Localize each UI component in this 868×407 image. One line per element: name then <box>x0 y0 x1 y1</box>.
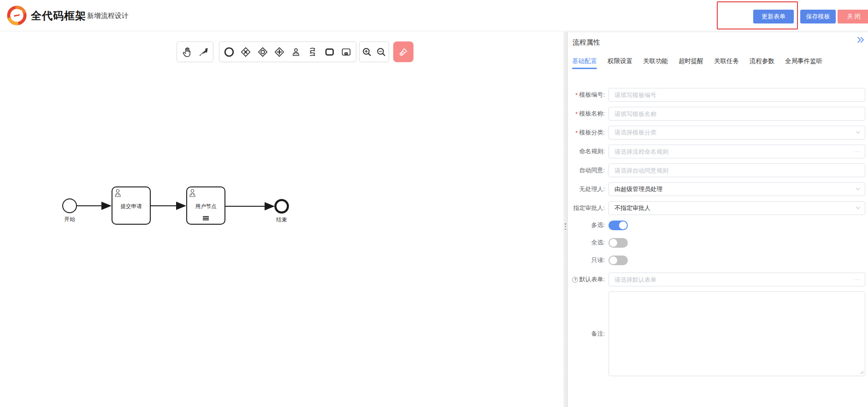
basic-config-form: *模板编号: *模板名称: *模板分类: 请选择模板分类 命名规则: ··· 自… <box>568 88 865 381</box>
palette-group-elements <box>219 41 356 62</box>
palette-group-zoom <box>359 41 389 62</box>
panel-tabs: 基础配置 权限设置 关联功能 超时提醒 关联任务 流程参数 全局事件监听 <box>572 57 822 69</box>
tab-basic-config[interactable]: 基础配置 <box>572 57 597 69</box>
top-header: 全代码框架 新增流程设计 更新表单 保存模板 关 闭 <box>0 0 868 31</box>
template-category-select[interactable]: 请选择模板分类 <box>608 126 865 140</box>
brand-logo-icon <box>6 5 28 26</box>
clear-canvas-button[interactable] <box>393 41 413 62</box>
multi-select-toggle[interactable] <box>608 221 628 230</box>
properties-panel: 流程属性 基础配置 权限设置 关联功能 超时提醒 关联任务 流程参数 全局事件监… <box>568 32 868 407</box>
drag-handle-icon <box>565 223 566 230</box>
parallel-gateway-icon[interactable] <box>272 45 286 59</box>
tab-global-events[interactable]: 全局事件监听 <box>785 57 822 69</box>
auto-agree-input[interactable] <box>608 163 865 177</box>
remark-textarea[interactable] <box>608 291 865 376</box>
template-name-input[interactable] <box>608 107 865 121</box>
default-form-picker[interactable] <box>608 273 865 286</box>
brand-name: 全代码框架 <box>31 9 86 23</box>
tab-permissions[interactable]: 权限设置 <box>608 57 632 69</box>
form-row-default-form: ? 默认表单: ··· <box>568 273 865 286</box>
chevron-down-icon <box>855 186 861 192</box>
tab-linked-tasks[interactable]: 关联任务 <box>714 57 739 69</box>
svg-text:开始: 开始 <box>65 216 76 222</box>
approver-select[interactable]: 不指定审批人 <box>608 201 865 215</box>
svg-text:提交申请: 提交申请 <box>121 204 142 209</box>
template-code-input[interactable] <box>608 88 865 102</box>
zoom-out-icon[interactable] <box>374 45 388 59</box>
diagram-canvas[interactable]: 开始 提交申请 用户节点 <box>0 32 563 407</box>
brush-icon <box>398 47 409 58</box>
palette-group-tools <box>177 41 213 62</box>
global-connect-tool-icon[interactable] <box>196 45 210 59</box>
collapse-panel-button[interactable] <box>856 36 865 45</box>
flow-designer-app: { "header": { "brand": "全代码框架", "page_ti… <box>0 0 868 407</box>
naming-rule-picker[interactable] <box>608 145 865 158</box>
user-task-node-usernode[interactable]: 用户节点 <box>187 187 225 224</box>
select-all-toggle[interactable] <box>608 238 628 248</box>
script-task-icon[interactable] <box>306 45 319 59</box>
start-event-node[interactable]: 开始 <box>63 199 77 222</box>
form-row-multi-select: 多选: <box>568 220 865 230</box>
tab-linked-功能[interactable]: 关联功能 <box>643 57 668 69</box>
task-icon[interactable] <box>323 45 337 59</box>
form-row-auto-agree: 自动同意: <box>568 163 865 177</box>
start-event-icon[interactable] <box>222 45 236 59</box>
exclusive-gateway-icon[interactable] <box>239 45 253 59</box>
form-row-template-category: *模板分类: 请选择模板分类 <box>568 126 865 140</box>
panel-resize-divider[interactable] <box>563 32 568 407</box>
update-form-button[interactable]: 更新表单 <box>753 10 794 23</box>
save-template-button[interactable]: 保存模板 <box>800 10 836 23</box>
form-row-naming-rule: 命名规则: ··· <box>568 145 865 158</box>
chevron-down-icon <box>855 129 861 135</box>
inclusive-gateway-icon[interactable] <box>256 45 270 59</box>
form-row-template-name: *模板名称: <box>568 107 865 121</box>
form-row-read-only: 只读: <box>568 255 865 265</box>
tab-flow-params[interactable]: 流程参数 <box>750 57 774 69</box>
user-task-node-submit[interactable]: 提交申请 <box>112 187 150 224</box>
chevron-down-icon <box>855 205 861 211</box>
double-chevron-right-icon <box>856 36 864 44</box>
question-circle-icon[interactable]: ? <box>572 277 578 283</box>
form-row-approver: 指定审批人: 不指定审批人 <box>568 201 865 215</box>
form-row-remark: 备注: <box>568 291 865 376</box>
close-button[interactable]: 关 闭 <box>838 10 868 23</box>
ellipsis-icon[interactable]: ··· <box>854 145 861 158</box>
end-event-node[interactable]: 结束 <box>276 200 288 223</box>
form-row-select-all: 全选: <box>568 238 865 248</box>
form-row-template-code: *模板编号: <box>568 88 865 102</box>
ellipsis-icon[interactable]: ··· <box>854 273 861 286</box>
panel-title: 流程属性 <box>573 38 600 47</box>
tab-timeout[interactable]: 超时提醒 <box>679 57 703 69</box>
no-handler-select[interactable]: 由超级管理员处理 <box>608 182 865 196</box>
subprocess-icon[interactable] <box>339 45 353 59</box>
zoom-in-icon[interactable] <box>360 45 374 59</box>
user-task-icon[interactable] <box>289 45 303 59</box>
svg-text:用户节点: 用户节点 <box>195 204 217 209</box>
form-row-no-handler: 无处理人: 由超级管理员处理 <box>568 182 865 196</box>
svg-text:结束: 结束 <box>276 217 288 222</box>
bpmn-diagram: 开始 提交申请 用户节点 <box>51 182 300 228</box>
page-title: 新增流程设计 <box>87 12 129 20</box>
hand-tool-icon[interactable] <box>180 45 194 59</box>
read-only-toggle[interactable] <box>608 256 628 265</box>
